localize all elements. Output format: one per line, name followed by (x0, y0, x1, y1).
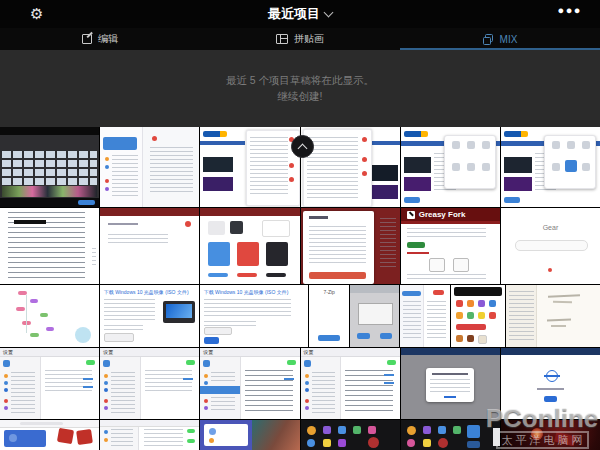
thumb-appstore-banner[interactable] (0, 420, 99, 450)
thumb-settings-green-toggles[interactable] (100, 420, 199, 450)
tab-bar: 编辑 拼贴画 MIX (0, 28, 600, 50)
mix-icon (483, 34, 494, 44)
thumb-ipad-settings-1[interactable]: 设置 (0, 348, 99, 419)
gear-page-title: Gear (501, 224, 600, 231)
app-window: ⚙ 最近项目 ●●● 编辑 拼贴画 MIX 最近 5 个项目草稿将在此显示。 继… (0, 0, 600, 450)
7zip-title: 7-Zip (309, 289, 349, 295)
tab-mix-label: MIX (500, 34, 518, 45)
thumb-ios-settings-sidebar[interactable] (100, 127, 199, 207)
chevron-up-icon (298, 143, 308, 153)
tab-collage[interactable]: 拼贴画 (200, 28, 400, 50)
chevron-down-icon (324, 8, 334, 18)
thumb-pconline-popup-grid-selected[interactable] (501, 127, 600, 207)
thumb-7zip-page[interactable]: 7-Zip (309, 285, 349, 347)
greasy-fork-title: Greasy Fork (419, 210, 466, 219)
thumb-ipad-settings-4[interactable]: 设置 (301, 348, 400, 419)
photo-grid: Greasy Fork Gear (0, 127, 600, 450)
drafts-message-line1: 最近 5 个项目草稿将在此显示。 (226, 74, 374, 87)
settings-bar-label: 设置 (3, 349, 13, 355)
drafts-expand-button[interactable] (291, 135, 314, 158)
project-title-dropdown[interactable]: 最近项目 (0, 0, 600, 28)
thumb-notes-handwriting[interactable] (506, 285, 600, 347)
thumb-greasy-fork-site[interactable]: Greasy Fork (401, 208, 500, 284)
thumb-homescreen-icons-b[interactable] (401, 420, 500, 450)
thumb-gear-search-page[interactable]: Gear (501, 208, 600, 284)
page-title: 最近项目 (268, 5, 320, 23)
thumb-ipad-settings-3-selected[interactable]: 设置 (200, 348, 299, 419)
thumb-activation-page[interactable] (501, 348, 600, 419)
thumb-maroon-product-cards[interactable] (200, 208, 299, 284)
collage-icon (276, 34, 288, 44)
thumb-gray-dialog[interactable] (401, 348, 500, 419)
thumb-settings-list[interactable] (400, 285, 449, 347)
tab-collage-label: 拼贴画 (294, 32, 324, 46)
thumb-blue-cards-photo[interactable] (200, 420, 299, 450)
drafts-message-line2: 继续创建! (278, 90, 323, 103)
thumb-maroon-dropdown-modal[interactable] (301, 208, 400, 284)
more-options-icon[interactable]: ●●● (558, 4, 582, 16)
win10-title-2: 下载 Windows 10 光盘映像 (ISO 文件) (204, 289, 289, 295)
thumb-webpage-toggle-panel-b[interactable] (301, 127, 400, 207)
thumb-appstore-icon-grid[interactable] (451, 285, 505, 347)
thumb-pconline-popup-grid[interactable] (401, 127, 500, 207)
thumb-win10-iso-laptop[interactable]: 下载 Windows 10 光盘映像 (ISO 文件) (100, 285, 199, 347)
thumb-win10-iso-plain[interactable]: 下载 Windows 10 光盘映像 (ISO 文件) (200, 285, 309, 347)
thumb-installer-wizard[interactable] (350, 285, 399, 347)
win10-title: 下载 Windows 10 光盘映像 (ISO 文件) (104, 289, 189, 295)
drafts-empty-state: 最近 5 个项目草稿将在此显示。 继续创建! (0, 50, 600, 127)
thumb-webpage-toggle-panel-a[interactable] (200, 127, 299, 207)
tab-edit-label: 编辑 (98, 32, 118, 46)
thumb-photo-picker-dark[interactable] (0, 127, 99, 207)
thumb-concert-photo[interactable] (501, 420, 600, 450)
tab-edit[interactable]: 编辑 (0, 28, 200, 50)
tab-mix[interactable]: MIX (400, 28, 600, 50)
thumb-ipad-settings-2[interactable]: 设置 (100, 348, 199, 419)
top-bar: ⚙ 最近项目 ●●● (0, 0, 600, 28)
edit-icon (82, 34, 92, 44)
thumb-text-document[interactable] (0, 208, 99, 284)
thumb-homescreen-icons-a[interactable] (301, 420, 400, 450)
thumb-mindmap-diagram[interactable] (0, 285, 99, 347)
thumb-maroon-modal-toggle[interactable] (100, 208, 199, 284)
